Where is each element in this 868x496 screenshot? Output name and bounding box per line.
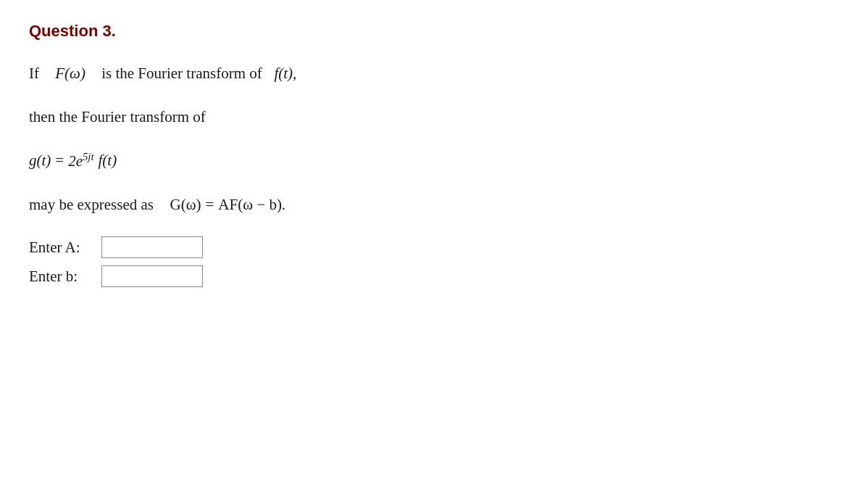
line1-if: If — [29, 65, 39, 82]
line3-sup: 5jt — [83, 151, 94, 162]
line1-Fw: F(ω) — [55, 65, 85, 82]
line3-g: g(t) — [29, 149, 51, 173]
line4-prefix: may be expressed as — [29, 194, 154, 217]
line3-2e: 2e5jt — [68, 149, 93, 173]
question-title: Question 3. — [29, 22, 839, 41]
line4-Gw: G(ω) — [170, 194, 201, 217]
line1-suffix: is the Fourier transform of — [101, 65, 262, 82]
line3-ft: f(t) — [99, 149, 117, 173]
enter-A-row: Enter A: — [29, 236, 839, 258]
line4-eq: = — [206, 194, 214, 217]
line2: then the Fourier transform of — [29, 106, 839, 129]
enter-b-label: Enter b: — [29, 268, 94, 286]
enter-A-input[interactable] — [101, 236, 203, 258]
enter-b-row: Enter b: — [29, 265, 839, 287]
line1: If F(ω) is the Fourier transform of f(t)… — [29, 62, 839, 86]
enter-b-input[interactable] — [101, 265, 203, 287]
line2-text: then the Fourier transform of — [29, 108, 206, 125]
line4: may be expressed as G(ω) = AF(ω − b). — [29, 194, 839, 217]
line4-AF: AF(ω − b). — [218, 194, 285, 217]
enter-A-label: Enter A: — [29, 239, 94, 257]
line3: g(t) = 2e5jt f(t) — [29, 149, 839, 173]
line3-eq: = — [55, 149, 64, 173]
line1-ft: f(t), — [274, 65, 296, 82]
